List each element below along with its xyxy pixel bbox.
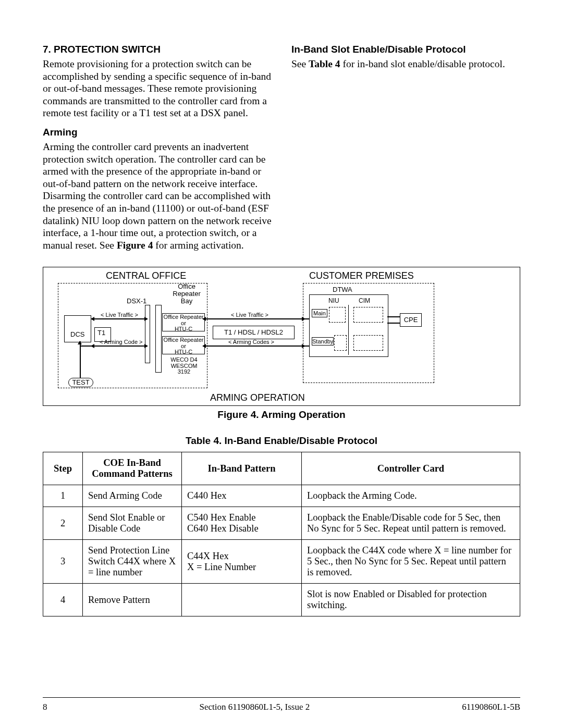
- cell-card: Loopback the C44X code where X = line nu…: [302, 540, 520, 584]
- table-header-row: Step COE In-Band Command Patterns In-Ban…: [43, 452, 520, 485]
- table-row: 4 Remove Pattern Slot is now Enabled or …: [43, 584, 520, 616]
- label-t1: T1: [97, 329, 105, 337]
- cell-coe: Send Arming Code: [83, 485, 182, 507]
- arming-paragraph: Arming the controller card prevents an i…: [43, 141, 272, 251]
- line-test-horizontal: [80, 346, 94, 347]
- footer-rule: [43, 697, 520, 698]
- table-4: Step COE In-Band Command Patterns In-Ban…: [43, 452, 520, 616]
- arming-text-a: Arming the controller card prevents an i…: [43, 141, 272, 251]
- box-main-label: Main: [312, 309, 327, 317]
- line-niu-cim-divider: [348, 305, 349, 355]
- label-arming-codes: < Arming Codes >: [228, 339, 274, 346]
- cell-pattern: C440 Hex: [182, 485, 302, 507]
- arming-heading: Arming: [43, 127, 272, 139]
- line-live-traffic-left: [94, 318, 144, 319]
- figure-4-diagram: CENTRAL OFFICE CUSTOMER PREMISES DSX-1 O…: [43, 267, 520, 406]
- cell-card: Loopback the Enable/Disable code for 5 S…: [302, 507, 520, 540]
- line-live-traffic-mid: [206, 318, 302, 319]
- cell-pattern: [182, 584, 302, 616]
- cell-coe: Send Slot Enable or Disable Code: [83, 507, 182, 540]
- label-central-office: CENTRAL OFFICE: [106, 270, 186, 281]
- label-customer-premises: CUSTOMER PREMISES: [309, 270, 414, 281]
- arrowhead-test-up: [78, 341, 82, 344]
- th-card: Controller Card: [302, 452, 520, 485]
- label-dcs: DCS: [70, 331, 84, 338]
- repeater-bay-bar: [155, 305, 162, 373]
- cell-step: 2: [43, 507, 83, 540]
- line-test-vertical: [80, 341, 81, 378]
- box-cim-standby: [353, 335, 383, 351]
- label-live-traffic-mid: < Live Traffic >: [231, 312, 268, 318]
- box-niu-main: [329, 307, 346, 323]
- label-cim: CIM: [359, 298, 370, 304]
- label-weco: WECO D4 WESCOM 3192: [164, 357, 204, 375]
- table-row: 2 Send Slot Enable or Disable Code C540 …: [43, 507, 520, 540]
- left-column: 7. PROTECTION SWITCH Remote provisioning…: [43, 44, 272, 251]
- cell-coe: Remove Pattern: [83, 584, 182, 616]
- inband-text-a: See: [291, 58, 309, 69]
- cell-coe: Send Protection Line Switch C44X where X…: [83, 540, 182, 584]
- cell-step: 3: [43, 540, 83, 584]
- box-standby-label: Standby: [312, 337, 334, 346]
- figure-4-caption: Figure 4. Arming Operation: [43, 409, 520, 421]
- cell-pattern: C540 Hex Enable C640 Hex Disable: [182, 507, 302, 540]
- inband-table-ref: Table 4: [309, 58, 340, 69]
- inband-text-b: for in-band slot enable/disable protocol…: [340, 58, 505, 69]
- line-dtwa-cpe-1: [387, 316, 400, 317]
- section-7-paragraph: Remote provisioning for a protection swi…: [43, 58, 272, 119]
- inband-paragraph: See Table 4 for in-band slot enable/disa…: [291, 58, 520, 70]
- table-row: 1 Send Arming Code C440 Hex Loopback the…: [43, 485, 520, 507]
- label-live-traffic-left: < Live Traffic >: [101, 312, 138, 318]
- th-pattern: In-Band Pattern: [182, 452, 302, 485]
- section-7-heading: 7. PROTECTION SWITCH: [43, 44, 272, 56]
- label-niu: NIU: [328, 298, 339, 304]
- label-dsx1: DSX-1: [127, 298, 146, 305]
- label-arming-code: < Arming Code >: [100, 339, 143, 346]
- page-footer: 8 Section 61190860L1-5, Issue 2 61190860…: [43, 702, 520, 712]
- box-niu-standby: [334, 335, 347, 351]
- th-coe: COE In-Band Command Patterns: [83, 452, 182, 485]
- th-step: Step: [43, 452, 83, 485]
- cell-card: Slot is now Enabled or Disabled for prot…: [302, 584, 520, 616]
- box-dcs: [64, 315, 91, 342]
- line-arming-code: [94, 346, 144, 347]
- line-into-dtwa-1: [302, 318, 309, 319]
- cell-card: Loopback the Arming Code.: [302, 485, 520, 507]
- arming-text-b: for arming activation.: [153, 240, 243, 251]
- box-office-repeater-2: Office Repeater or HTU-C: [162, 336, 205, 354]
- label-office-repeater-bay: Office Repeater Bay: [168, 283, 205, 304]
- table-4-caption: Table 4. In-Band Enable/Disable Protocol: [43, 435, 520, 447]
- box-office-repeater-1: Office Repeater or HTU-C: [162, 313, 205, 331]
- line-into-dtwa-2: [302, 346, 309, 347]
- footer-page-number: 8: [43, 702, 47, 712]
- box-cim-main: [353, 307, 383, 323]
- line-dtwa-cpe-2: [387, 323, 400, 324]
- page: 7. PROTECTION SWITCH Remote provisioning…: [0, 0, 563, 728]
- cell-pattern: C44X Hex X = Line Number: [182, 540, 302, 584]
- inband-heading: In-Band Slot Enable/Disable Protocol: [291, 44, 520, 56]
- label-dtwa: DTWA: [333, 286, 352, 293]
- cell-step: 1: [43, 485, 83, 507]
- box-t1-hdsl: T1 / HDSL / HDSL2: [213, 326, 295, 339]
- footer-section: Section 61190860L1-5, Issue 2: [199, 702, 310, 712]
- footer-doc-id: 61190860L1-5B: [462, 702, 520, 712]
- arming-figure-ref: Figure 4: [117, 240, 153, 251]
- cell-step: 4: [43, 584, 83, 616]
- table-row: 3 Send Protection Line Switch C44X where…: [43, 540, 520, 584]
- box-test: TEST: [68, 378, 93, 387]
- two-column-layout: 7. PROTECTION SWITCH Remote provisioning…: [43, 44, 520, 251]
- label-arming-operation: ARMING OPERATION: [210, 392, 305, 403]
- right-column: In-Band Slot Enable/Disable Protocol See…: [291, 44, 520, 251]
- dsx-bar: [145, 305, 150, 363]
- box-cpe: CPE: [400, 313, 422, 327]
- line-arming-codes-mid: [206, 346, 302, 347]
